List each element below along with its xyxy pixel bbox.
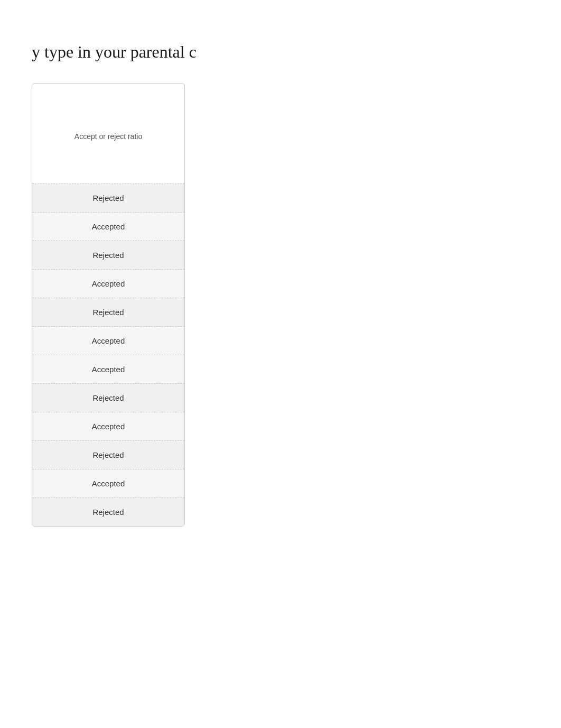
card-header: Accept or reject ratio [32, 84, 184, 184]
main-card: Accept or reject ratio RejectedAcceptedR… [32, 83, 185, 527]
list-item[interactable]: Accepted [32, 469, 184, 498]
list-item[interactable]: Rejected [32, 441, 184, 469]
list-item[interactable]: Accepted [32, 213, 184, 241]
page-container: y type in your parental c Accept or reje… [0, 0, 561, 558]
list-item[interactable]: Accepted [32, 355, 184, 384]
card-list: RejectedAcceptedRejectedAcceptedRejected… [32, 184, 184, 526]
list-item[interactable]: Rejected [32, 498, 184, 526]
page-title: y type in your parental c [32, 42, 529, 62]
list-item[interactable]: Rejected [32, 298, 184, 327]
list-item[interactable]: Accepted [32, 412, 184, 441]
list-item[interactable]: Rejected [32, 241, 184, 270]
list-item[interactable]: Accepted [32, 327, 184, 355]
card-header-text: Accept or reject ratio [74, 132, 142, 141]
list-item[interactable]: Accepted [32, 270, 184, 298]
list-item[interactable]: Rejected [32, 384, 184, 412]
list-item[interactable]: Rejected [32, 184, 184, 213]
